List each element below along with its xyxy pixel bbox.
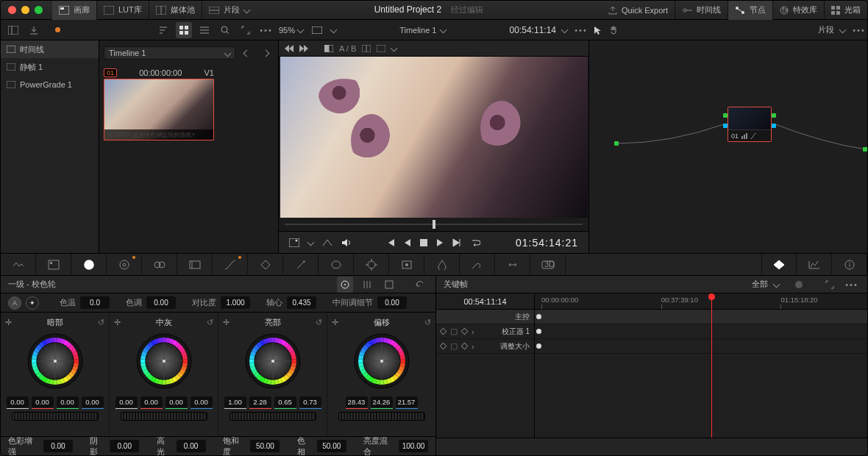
keyframe-diamond-icon[interactable] xyxy=(461,343,469,350)
wheels-mode-wheels-icon[interactable] xyxy=(337,277,353,293)
lightbox-toggle[interactable]: 光箱 xyxy=(825,1,867,20)
close-window-icon[interactable] xyxy=(8,6,16,14)
keyframes-more-icon[interactable]: ••• xyxy=(844,277,860,293)
auto-balance-button[interactable]: A xyxy=(8,296,21,310)
wheel-picker-icon[interactable]: ✛ xyxy=(114,318,121,327)
nodes-toggle[interactable]: 节点 xyxy=(728,1,773,20)
list-view-icon[interactable] xyxy=(196,22,213,38)
wheel-num-value[interactable]: 0.00 xyxy=(7,396,29,407)
first-frame-icon[interactable] xyxy=(285,45,294,52)
output-port[interactable] xyxy=(863,147,867,152)
keyframe-marker[interactable] xyxy=(536,343,541,349)
viewer-timecode[interactable]: 00:54:11:14 xyxy=(510,25,556,35)
ab-compare-label[interactable]: A / B xyxy=(339,44,356,53)
keyframe-diamond-icon[interactable] xyxy=(461,328,469,335)
chevron-right-icon[interactable]: › xyxy=(472,342,474,351)
wheel-num-value[interactable]: 0.00 xyxy=(82,396,104,407)
gallery-timeline-selector[interactable]: Timeline 1 xyxy=(104,46,235,60)
keyframes-filter-label[interactable]: 全部 xyxy=(752,279,768,290)
magic-mask-icon[interactable] xyxy=(389,254,424,276)
gallery-more-icon[interactable]: ••• xyxy=(258,22,274,38)
gallery-next-icon[interactable] xyxy=(257,45,274,61)
nodes-more-icon[interactable]: ••• xyxy=(851,22,867,38)
gallery-prev-icon[interactable] xyxy=(238,45,255,61)
hue-value[interactable]: 50.00 xyxy=(317,440,346,452)
prev-button[interactable] xyxy=(404,238,411,247)
temp-value[interactable]: 0.0 xyxy=(80,296,110,309)
blur-icon[interactable] xyxy=(424,254,460,276)
timeline-name[interactable]: Timeline 1 xyxy=(399,26,436,35)
node-in-port[interactable] xyxy=(723,113,728,118)
gallery-sidebar-stills[interactable]: 静帧 1 xyxy=(1,58,99,76)
thumbnail-view-icon[interactable] xyxy=(176,22,192,38)
pivot-value[interactable]: 0.435 xyxy=(287,296,316,309)
jog-wheel[interactable] xyxy=(12,412,99,421)
curves-icon[interactable] xyxy=(213,254,248,276)
zoom-window-icon[interactable] xyxy=(35,6,43,14)
lock-icon[interactable]: ▢ xyxy=(450,327,458,336)
jog-wheel[interactable] xyxy=(230,412,316,421)
wheel-num-value[interactable]: 0.00 xyxy=(140,396,163,407)
wheel-picker-icon[interactable]: ✛ xyxy=(223,318,230,327)
wheel-reset-icon[interactable]: ↺ xyxy=(207,318,213,327)
scrub-playhead[interactable] xyxy=(433,220,435,229)
chevron-down-icon[interactable] xyxy=(773,281,780,288)
tracker-icon[interactable] xyxy=(354,254,389,276)
hdr-wheels-icon[interactable] xyxy=(107,254,142,276)
keyframe-diamond-icon[interactable] xyxy=(440,328,447,335)
keyframes-playhead[interactable] xyxy=(711,293,712,438)
wheels-mode-log-icon[interactable] xyxy=(381,277,397,293)
wheel-num-value[interactable]: 0.65 xyxy=(274,396,296,407)
chevron-down-icon[interactable] xyxy=(440,26,447,34)
camera-raw-icon[interactable] xyxy=(1,254,36,276)
quick-export-button[interactable]: Quick Export xyxy=(602,1,675,20)
pointer-tool-icon[interactable] xyxy=(589,22,605,38)
timeline-toggle[interactable]: 时间线 xyxy=(675,1,728,20)
sort-icon[interactable] xyxy=(155,22,171,38)
wheel-num-value[interactable]: 2.28 xyxy=(249,396,271,407)
wheel-num-value[interactable]: 1.00 xyxy=(224,396,246,407)
keyframe-track[interactable] xyxy=(535,324,867,339)
minimize-window-icon[interactable] xyxy=(21,6,29,14)
chevron-down-icon[interactable] xyxy=(307,239,315,246)
color-wheel[interactable] xyxy=(242,329,304,392)
lummix-value[interactable]: 100.00 xyxy=(399,440,428,452)
chevron-down-icon[interactable] xyxy=(839,26,847,34)
mediapool-toggle[interactable]: 媒体池 xyxy=(149,1,202,20)
node-alpha-in-port[interactable] xyxy=(723,124,728,128)
chevron-right-icon[interactable]: › xyxy=(472,327,474,336)
keyframe-track[interactable] xyxy=(535,310,867,324)
wheels-mode-bars-icon[interactable] xyxy=(359,277,375,293)
chevron-down-icon[interactable] xyxy=(330,26,338,34)
wheels-undo-icon[interactable] xyxy=(412,277,428,293)
color-wheel[interactable] xyxy=(133,329,195,392)
first-button[interactable] xyxy=(386,238,395,247)
color-wheels-icon[interactable] xyxy=(71,254,107,276)
zoom-value[interactable]: 95% xyxy=(279,26,295,35)
jog-wheel[interactable] xyxy=(338,412,425,421)
node-alpha-out-port[interactable] xyxy=(772,124,776,128)
color-wheel[interactable] xyxy=(24,329,86,392)
wheel-picker-icon[interactable]: ✛ xyxy=(5,318,12,327)
wheel-picker-icon[interactable]: ✛ xyxy=(332,318,338,327)
bypass-icon[interactable] xyxy=(322,239,332,246)
motion-effects-icon[interactable] xyxy=(177,254,213,276)
middetail-value[interactable]: 0.00 xyxy=(377,296,407,309)
keyframes-timeline[interactable]: 00:00:00:0000:37:39:1001:15:18:20 xyxy=(535,293,867,438)
import-still-icon[interactable] xyxy=(26,22,42,38)
clip-thumbnail[interactable]: 01 00:00:00:00 V1 鱼浮同学 这是啥在湖边玩的游戏? xyxy=(104,67,214,140)
color-match-icon[interactable] xyxy=(36,254,71,276)
keyframe-diamond-icon[interactable] xyxy=(440,343,447,350)
scopes-icon[interactable] xyxy=(797,254,832,276)
wheel-num-value[interactable]: 0.00 xyxy=(32,396,54,407)
keyframe-panel-icon[interactable] xyxy=(761,254,797,276)
keyframe-track[interactable] xyxy=(535,339,867,354)
gallery-sidebar-timeline[interactable]: 时间线 xyxy=(1,40,99,58)
play-button[interactable] xyxy=(436,238,444,247)
lock-icon[interactable]: ▢ xyxy=(450,341,458,351)
keyframe-row[interactable]: ▢ › 校正器 1 xyxy=(436,324,534,339)
wheel-num-value[interactable]: 21.57 xyxy=(396,396,418,407)
split-screen-icon[interactable] xyxy=(362,45,371,52)
viewer-mode-icon[interactable] xyxy=(377,45,385,52)
highlights-value[interactable]: 0.00 xyxy=(177,440,206,452)
